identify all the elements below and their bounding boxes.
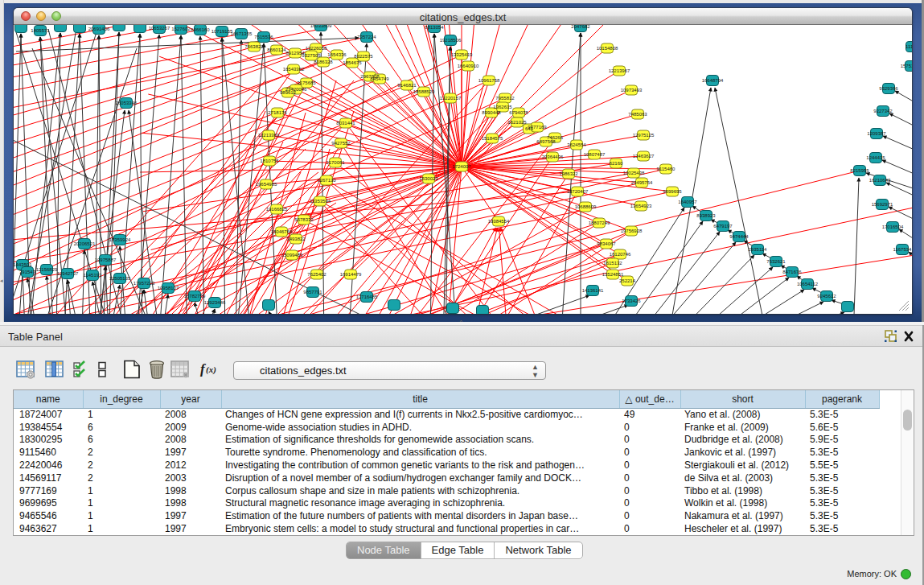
svg-text:15720407: 15720407 [567, 189, 589, 194]
svg-text:12923446: 12923446 [204, 300, 226, 305]
svg-text:9834067: 9834067 [597, 241, 616, 246]
svg-text:8215955: 8215955 [850, 168, 869, 173]
svg-text:9777169: 9777169 [528, 125, 547, 130]
svg-text:20364436: 20364436 [542, 154, 564, 159]
svg-text:8813054: 8813054 [425, 25, 444, 30]
svg-text:10025438: 10025438 [623, 171, 645, 175]
svg-text:1621025: 1621025 [507, 120, 527, 125]
svg-text:10654112: 10654112 [797, 282, 819, 286]
svg-text:7955812: 7955812 [495, 96, 515, 101]
svg-text:10688609: 10688609 [575, 204, 597, 209]
svg-text:15046766: 15046766 [271, 229, 293, 234]
svg-text:10154808: 10154808 [597, 46, 618, 51]
svg-text:10653267: 10653267 [149, 26, 170, 31]
svg-text:1209387: 1209387 [867, 131, 886, 136]
svg-text:15692971: 15692971 [872, 202, 893, 207]
svg-text:2935114: 2935114 [749, 247, 768, 252]
svg-text:1405571: 1405571 [31, 28, 50, 33]
svg-text:19218506: 19218506 [440, 38, 462, 43]
svg-text:12505135: 12505135 [109, 276, 131, 281]
svg-text:9474444: 9474444 [729, 234, 749, 239]
svg-text:2718176: 2718176 [268, 110, 287, 115]
svg-text:13325419: 13325419 [451, 52, 473, 57]
svg-text:9329366: 9329366 [879, 86, 898, 91]
svg-text:16033809: 16033809 [310, 25, 332, 28]
svg-text:7515536: 7515536 [254, 35, 273, 39]
svg-text:1145193: 1145193 [84, 273, 103, 278]
svg-text:10975887: 10975887 [95, 257, 117, 262]
svg-text:17016504: 17016504 [882, 225, 904, 229]
svg-text:12213369: 12213369 [258, 133, 280, 138]
svg-text:8660124: 8660124 [267, 47, 286, 52]
svg-text:10958107: 10958107 [158, 286, 179, 290]
svg-text:19654985: 19654985 [256, 182, 277, 187]
svg-text:7625402: 7625402 [307, 272, 326, 277]
svg-text:12213967: 12213967 [609, 68, 630, 73]
svg-text:13524851: 13524851 [602, 272, 624, 277]
svg-text:19756928: 19756928 [621, 229, 643, 233]
svg-text:3175685: 3175685 [297, 80, 316, 85]
svg-text:17957223: 17957223 [133, 281, 155, 286]
svg-text:1443501: 1443501 [14, 262, 32, 267]
svg-text:16543362: 16543362 [283, 67, 305, 72]
svg-text:17359924: 17359924 [109, 237, 131, 242]
svg-text:2170061: 2170061 [326, 160, 345, 165]
svg-text:9857791: 9857791 [303, 290, 322, 295]
svg-text:12975125: 12975125 [633, 133, 655, 138]
svg-text:15099485: 15099485 [281, 253, 303, 257]
svg-text:16914479: 16914479 [340, 272, 362, 277]
svg-text:1362615: 1362615 [493, 105, 512, 109]
svg-text:8186328: 8186328 [314, 60, 333, 64]
svg-text:9227342: 9227342 [873, 109, 893, 113]
svg-text:3267130: 3267130 [317, 178, 336, 183]
svg-text:3493822: 3493822 [286, 237, 306, 241]
svg-text:8471676: 8471676 [782, 270, 802, 274]
svg-text:18807249: 18807249 [589, 220, 610, 225]
svg-text:1724007: 1724007 [452, 164, 471, 169]
svg-text:19384554: 19384554 [488, 219, 510, 224]
svg-text:8454749: 8454749 [370, 76, 389, 81]
svg-text:1854675: 1854675 [343, 60, 362, 65]
svg-text:7357224: 7357224 [357, 35, 376, 39]
svg-text:18588520: 18588520 [413, 89, 435, 94]
svg-text:8322575: 8322575 [354, 54, 373, 59]
svg-text:13654923: 13654923 [630, 204, 652, 208]
svg-text:16671355: 16671355 [231, 31, 253, 36]
svg-text:16210643: 16210643 [869, 178, 891, 183]
svg-text:9146821: 9146821 [397, 83, 417, 88]
svg-text:9699695: 9699695 [663, 189, 682, 194]
svg-text:8990448: 8990448 [482, 110, 501, 115]
svg-text:6794078: 6794078 [509, 110, 528, 115]
svg-text:10961758: 10961758 [478, 78, 500, 83]
svg-text:62160: 62160 [610, 161, 623, 166]
svg-text:6466160: 6466160 [191, 27, 210, 32]
svg-text:2047682: 2047682 [571, 25, 590, 29]
svg-text:1615132: 1615132 [603, 261, 622, 266]
svg-text:391547: 391547 [19, 270, 36, 274]
svg-text:15184575: 15184575 [482, 136, 503, 141]
svg-text:1530023: 1530023 [419, 176, 438, 181]
svg-text:7632621: 7632621 [766, 259, 786, 264]
svg-text:1654336: 1654336 [327, 52, 347, 57]
svg-text:13220157: 13220157 [440, 96, 462, 101]
svg-text:20691406: 20691406 [88, 27, 110, 31]
svg-text:8938923: 8938923 [696, 213, 716, 218]
svg-text:252214: 252214 [619, 278, 636, 283]
svg-text:1810755: 1810755 [260, 159, 279, 163]
svg-text:16120746: 16120746 [610, 252, 631, 257]
svg-text:15751074: 15751074 [901, 64, 912, 68]
svg-text:13716485: 13716485 [356, 295, 378, 299]
svg-text:13463627: 13463627 [633, 154, 655, 159]
svg-text:3624554: 3624554 [567, 142, 586, 147]
svg-text:1167534: 1167534 [893, 247, 912, 252]
svg-text:7485063: 7485063 [628, 112, 647, 117]
svg-text:1527602: 1527602 [171, 27, 191, 31]
svg-text:20206521: 20206521 [74, 241, 96, 246]
svg-text:9115460: 9115460 [657, 167, 676, 171]
svg-text:11124: 11124 [906, 44, 912, 49]
svg-text:7986322: 7986322 [559, 171, 578, 176]
svg-text:1244415: 1244415 [866, 155, 885, 160]
svg-text:13226058: 13226058 [306, 46, 327, 51]
svg-text:6479197: 6479197 [713, 224, 733, 229]
svg-text:8031441: 8031441 [336, 121, 355, 126]
